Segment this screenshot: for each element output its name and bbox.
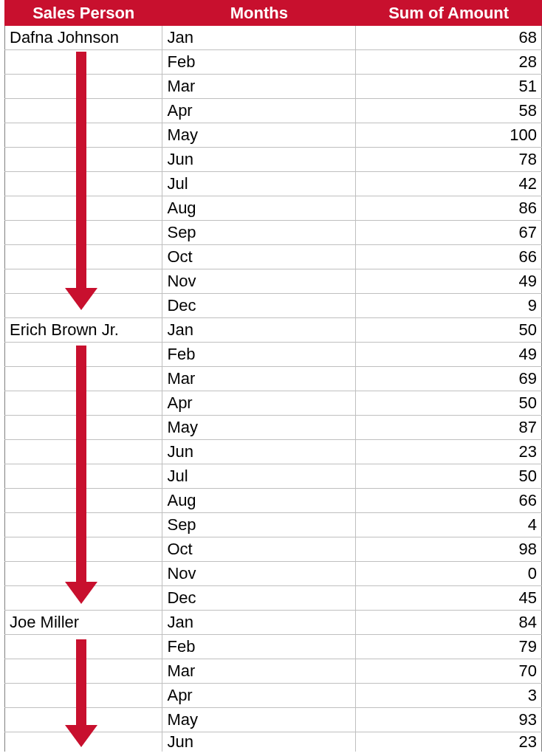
cell-month[interactable]: Jul [162,464,356,489]
cell-sales-person[interactable] [5,367,162,391]
table-row[interactable]: Feb49 [5,343,542,367]
cell-month[interactable]: Sep [162,221,356,245]
cell-amount[interactable]: 23 [356,440,542,464]
table-row[interactable]: Dec45 [5,586,542,611]
cell-amount[interactable]: 79 [356,635,542,659]
cell-sales-person[interactable] [5,75,162,99]
table-row[interactable]: Jun23 [5,732,542,752]
table-row[interactable]: May87 [5,416,542,440]
cell-sales-person[interactable] [5,269,162,294]
cell-month[interactable]: Oct [162,537,356,562]
cell-sales-person[interactable] [5,586,162,611]
cell-amount[interactable]: 50 [356,391,542,416]
cell-amount[interactable]: 50 [356,464,542,489]
table-row[interactable]: Feb28 [5,50,542,75]
cell-sales-person[interactable] [5,659,162,684]
table-row[interactable]: Joe MillerJan84 [5,611,542,635]
cell-amount[interactable]: 68 [356,26,542,50]
cell-sales-person[interactable] [5,537,162,562]
cell-sales-person[interactable] [5,464,162,489]
cell-month[interactable]: Mar [162,659,356,684]
table-row[interactable]: May93 [5,708,542,732]
cell-month[interactable]: Mar [162,75,356,99]
cell-sales-person[interactable] [5,99,162,123]
table-row[interactable]: Feb79 [5,635,542,659]
table-row[interactable]: Dec9 [5,294,542,318]
cell-sales-person[interactable] [5,684,162,708]
cell-amount[interactable]: 86 [356,196,542,221]
cell-sales-person[interactable] [5,732,162,752]
cell-sales-person[interactable] [5,172,162,196]
cell-amount[interactable]: 3 [356,684,542,708]
cell-sales-person[interactable]: Dafna Johnson [5,26,162,50]
table-row[interactable]: Nov49 [5,269,542,294]
cell-sales-person[interactable] [5,148,162,172]
cell-sales-person[interactable] [5,562,162,586]
cell-month[interactable]: Aug [162,489,356,513]
cell-amount[interactable]: 84 [356,611,542,635]
cell-amount[interactable]: 45 [356,586,542,611]
cell-month[interactable]: Apr [162,99,356,123]
cell-sales-person[interactable]: Erich Brown Jr. [5,318,162,343]
cell-month[interactable]: Feb [162,635,356,659]
cell-month[interactable]: Mar [162,367,356,391]
cell-month[interactable]: Feb [162,50,356,75]
cell-amount[interactable]: 100 [356,123,542,148]
table-row[interactable]: May100 [5,123,542,148]
cell-month[interactable]: Nov [162,562,356,586]
table-row[interactable]: Jul50 [5,464,542,489]
cell-sales-person[interactable] [5,416,162,440]
table-row[interactable]: Jun78 [5,148,542,172]
cell-amount[interactable]: 58 [356,99,542,123]
cell-month[interactable]: May [162,123,356,148]
cell-sales-person[interactable] [5,245,162,269]
cell-month[interactable]: Nov [162,269,356,294]
cell-month[interactable]: Jan [162,318,356,343]
cell-amount[interactable]: 23 [356,732,542,752]
cell-amount[interactable]: 49 [356,343,542,367]
cell-month[interactable]: Jan [162,26,356,50]
cell-amount[interactable]: 70 [356,659,542,684]
cell-month[interactable]: May [162,416,356,440]
cell-sales-person[interactable] [5,221,162,245]
cell-amount[interactable]: 69 [356,367,542,391]
cell-amount[interactable]: 98 [356,537,542,562]
cell-amount[interactable]: 78 [356,148,542,172]
table-row[interactable]: Oct66 [5,245,542,269]
table-row[interactable]: Sep67 [5,221,542,245]
cell-amount[interactable]: 51 [356,75,542,99]
table-row[interactable]: Oct98 [5,537,542,562]
table-row[interactable]: Sep4 [5,513,542,537]
table-row[interactable]: Aug66 [5,489,542,513]
cell-sales-person[interactable] [5,343,162,367]
cell-month[interactable]: Jun [162,440,356,464]
cell-amount[interactable]: 9 [356,294,542,318]
cell-amount[interactable]: 87 [356,416,542,440]
table-row[interactable]: Apr3 [5,684,542,708]
table-row[interactable]: Nov0 [5,562,542,586]
cell-sales-person[interactable] [5,440,162,464]
cell-sales-person[interactable] [5,513,162,537]
cell-amount[interactable]: 66 [356,489,542,513]
table-row[interactable]: Erich Brown Jr.Jan50 [5,318,542,343]
table-row[interactable]: Aug86 [5,196,542,221]
cell-sales-person[interactable] [5,489,162,513]
cell-month[interactable]: Apr [162,684,356,708]
cell-sales-person[interactable] [5,708,162,732]
cell-amount[interactable]: 50 [356,318,542,343]
cell-month[interactable]: Aug [162,196,356,221]
cell-month[interactable]: Jan [162,611,356,635]
cell-month[interactable]: Dec [162,294,356,318]
table-row[interactable]: Mar69 [5,367,542,391]
table-row[interactable]: Apr58 [5,99,542,123]
cell-sales-person[interactable] [5,50,162,75]
cell-month[interactable]: Oct [162,245,356,269]
cell-month[interactable]: Jul [162,172,356,196]
cell-month[interactable]: Feb [162,343,356,367]
table-row[interactable]: Dafna JohnsonJan68 [5,26,542,50]
cell-amount[interactable]: 93 [356,708,542,732]
cell-month[interactable]: Jun [162,148,356,172]
cell-amount[interactable]: 67 [356,221,542,245]
cell-month[interactable]: May [162,708,356,732]
cell-amount[interactable]: 66 [356,245,542,269]
